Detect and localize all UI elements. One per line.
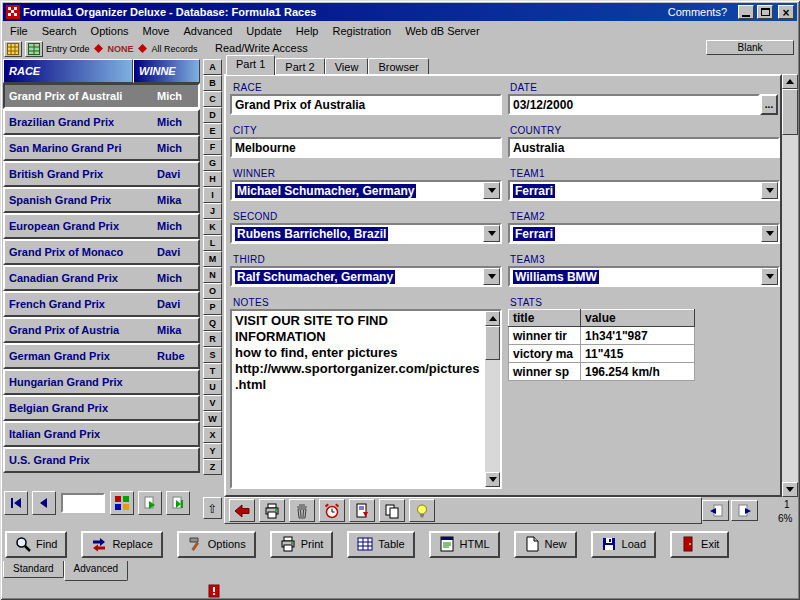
- team3-combo[interactable]: Williams BMW: [508, 266, 780, 287]
- race-list-item[interactable]: Italian Grand Prix: [3, 421, 200, 447]
- scrollbar-track[interactable]: [485, 326, 500, 472]
- nav-last-button[interactable]: [166, 491, 190, 515]
- load-button[interactable]: Load: [591, 531, 656, 558]
- alphabet-button-v[interactable]: V: [203, 395, 222, 411]
- maximize-button[interactable]: [757, 5, 773, 19]
- menu-item-advanced[interactable]: Advanced: [176, 23, 239, 39]
- race-list-item[interactable]: Canadian Grand PrixMich: [3, 265, 200, 291]
- scroll-down-button[interactable]: [485, 472, 500, 487]
- table-button[interactable]: Table: [347, 531, 414, 558]
- alphabet-button-b[interactable]: B: [203, 75, 222, 91]
- race-list-item[interactable]: Brazilian Grand PrixMich: [3, 109, 200, 135]
- third-dropdown-button[interactable]: [483, 268, 500, 285]
- notes-scrollbar[interactable]: [485, 311, 500, 487]
- blank-button[interactable]: Blank: [706, 40, 794, 55]
- alphabet-button-e[interactable]: E: [203, 123, 222, 139]
- alert-icon[interactable]: [208, 584, 220, 598]
- alphabet-scroll-button[interactable]: [203, 497, 222, 519]
- report-button[interactable]: [349, 499, 375, 522]
- tab-part-2[interactable]: Part 2: [275, 58, 324, 75]
- winner-combo[interactable]: Michael Schumacher, Germany: [230, 180, 502, 201]
- alphabet-button-z[interactable]: Z: [203, 459, 222, 475]
- alphabet-button-i[interactable]: I: [203, 187, 222, 203]
- tab-view[interactable]: View: [325, 58, 369, 75]
- stats-row[interactable]: victory ma11"415: [509, 345, 695, 363]
- city-input[interactable]: [230, 137, 502, 158]
- menu-item-registration[interactable]: Registration: [325, 23, 398, 39]
- grid-view-button[interactable]: [4, 41, 22, 57]
- scrollbar-track[interactable]: [782, 89, 798, 482]
- nav-prev-button[interactable]: [32, 491, 56, 515]
- alphabet-button-n[interactable]: N: [203, 267, 222, 283]
- new-button[interactable]: New: [514, 531, 577, 558]
- race-list-item[interactable]: European Grand PrixMich: [3, 213, 200, 239]
- nav-next-button[interactable]: [138, 491, 162, 515]
- page-back-button[interactable]: [702, 500, 729, 521]
- menu-item-web-db-server[interactable]: Web dB Server: [398, 23, 486, 39]
- stats-row[interactable]: winner tir1h34'1"987: [509, 327, 695, 345]
- stats-column-header[interactable]: value: [581, 310, 695, 327]
- clock-button[interactable]: [319, 499, 345, 522]
- print-button[interactable]: Print: [270, 531, 334, 558]
- alphabet-button-p[interactable]: P: [203, 299, 222, 315]
- close-button[interactable]: [778, 5, 794, 19]
- second-combo[interactable]: Rubens Barrichello, Brazil: [230, 223, 502, 244]
- sort-none-label[interactable]: NONE: [108, 44, 134, 54]
- race-list-item[interactable]: Grand Prix of AustriaMika: [3, 317, 200, 343]
- alphabet-button-h[interactable]: H: [203, 171, 222, 187]
- race-column-header[interactable]: RACE: [3, 59, 133, 83]
- team1-combo[interactable]: Ferrari: [508, 180, 780, 201]
- bulb-button[interactable]: [409, 499, 435, 522]
- tab-part-1[interactable]: Part 1: [226, 55, 275, 75]
- options-button[interactable]: Options: [177, 531, 256, 558]
- menu-item-file[interactable]: File: [3, 23, 35, 39]
- winner-dropdown-button[interactable]: [483, 182, 500, 199]
- comments-link[interactable]: Comments?: [668, 6, 727, 18]
- menu-item-help[interactable]: Help: [289, 23, 326, 39]
- form-scrollbar[interactable]: [782, 74, 798, 497]
- all-records-label[interactable]: All Records: [152, 44, 198, 54]
- alphabet-button-w[interactable]: W: [203, 411, 222, 427]
- scroll-down-button[interactable]: [782, 482, 798, 497]
- scroll-up-button[interactable]: [485, 311, 500, 326]
- alphabet-button-k[interactable]: K: [203, 219, 222, 235]
- race-list-item[interactable]: French Grand PrixDavi: [3, 291, 200, 317]
- alphabet-button-a[interactable]: A: [203, 59, 222, 75]
- race-list-item[interactable]: British Grand PrixDavi: [3, 161, 200, 187]
- bottom-tab-standard[interactable]: Standard: [3, 561, 64, 578]
- alphabet-button-c[interactable]: C: [203, 91, 222, 107]
- tab-browser[interactable]: Browser: [368, 58, 428, 75]
- alphabet-button-j[interactable]: J: [203, 203, 222, 219]
- trash-button[interactable]: [289, 499, 315, 522]
- form-view-button[interactable]: [25, 41, 43, 57]
- page-forward-button[interactable]: [731, 500, 758, 521]
- scrollbar-thumb[interactable]: [782, 89, 798, 135]
- record-page-input[interactable]: [61, 493, 105, 513]
- race-list-item[interactable]: San Marino Grand PriMich: [3, 135, 200, 161]
- alphabet-button-y[interactable]: Y: [203, 443, 222, 459]
- menu-item-search[interactable]: Search: [35, 23, 84, 39]
- alphabet-button-g[interactable]: G: [203, 155, 222, 171]
- color-grid-button[interactable]: [110, 491, 134, 515]
- minimize-button[interactable]: [738, 5, 754, 19]
- stats-row[interactable]: winner sp196.254 km/h: [509, 363, 695, 381]
- alphabet-button-o[interactable]: O: [203, 283, 222, 299]
- replace-button[interactable]: Replace: [81, 531, 162, 558]
- notes-textarea[interactable]: VISIT OUR SITE TO FIND INFORMATION how t…: [230, 309, 502, 489]
- date-picker-button[interactable]: ...: [760, 94, 778, 115]
- alphabet-button-q[interactable]: Q: [203, 315, 222, 331]
- html-button[interactable]: HTML: [429, 531, 500, 558]
- stats-column-header[interactable]: title: [509, 310, 581, 327]
- winner-column-header[interactable]: WINNE: [133, 59, 200, 83]
- team2-combo[interactable]: Ferrari: [508, 223, 780, 244]
- menu-item-update[interactable]: Update: [239, 23, 288, 39]
- alphabet-button-x[interactable]: X: [203, 427, 222, 443]
- alphabet-button-l[interactable]: L: [203, 235, 222, 251]
- back-arrow-button[interactable]: [229, 499, 255, 522]
- team1-dropdown-button[interactable]: [761, 182, 778, 199]
- find-button[interactable]: Find: [5, 531, 67, 558]
- race-list-item[interactable]: Belgian Grand Prix: [3, 395, 200, 421]
- race-list-item[interactable]: Spanish Grand PrixMika: [3, 187, 200, 213]
- third-combo[interactable]: Ralf Schumacher, Germany: [230, 266, 502, 287]
- team3-dropdown-button[interactable]: [761, 268, 778, 285]
